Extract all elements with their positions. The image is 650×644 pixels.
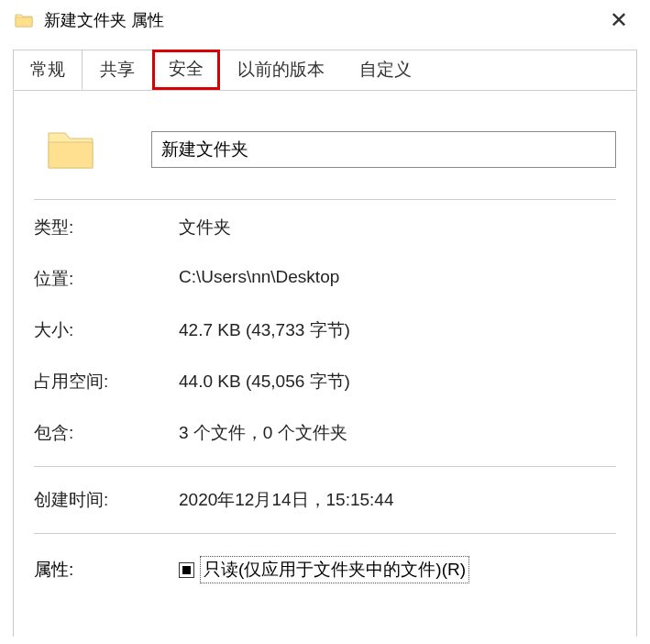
attributes-label: 属性:: [34, 558, 179, 582]
contains-value: 3 个文件，0 个文件夹: [179, 421, 616, 445]
info-table: 类型: 文件夹 位置: C:\Users\nn\Desktop 大小: 42.7…: [34, 200, 616, 583]
properties-window: 新建文件夹 属性 ✕ 常规 共享 安全 以前的版本 自定义: [0, 0, 650, 644]
folder-name-input[interactable]: [151, 131, 616, 168]
created-value: 2020年12月14日，15:15:44: [179, 488, 616, 512]
tab-content-general: 类型: 文件夹 位置: C:\Users\nn\Desktop 大小: 42.7…: [14, 90, 636, 602]
size-value: 42.7 KB (43,733 字节): [179, 318, 616, 342]
divider-2: [34, 533, 616, 534]
close-icon[interactable]: ✕: [599, 6, 639, 35]
divider: [34, 466, 616, 467]
type-label: 类型:: [34, 216, 179, 239]
folder-icon: [15, 13, 33, 28]
header-row: [34, 109, 616, 200]
window-title: 新建文件夹 属性: [44, 9, 164, 31]
location-label: 位置:: [34, 267, 179, 291]
disk-size-row: 占用空间: 44.0 KB (45,056 字节): [34, 356, 616, 407]
tab-custom[interactable]: 自定义: [342, 50, 429, 90]
tab-previous-versions[interactable]: 以前的版本: [220, 50, 342, 90]
tab-panel: 常规 共享 安全 以前的版本 自定义 类型: 文件夹: [13, 50, 637, 637]
contains-label: 包含:: [34, 421, 179, 445]
folder-large-icon: [45, 124, 96, 175]
created-row: 创建时间: 2020年12月14日，15:15:44: [34, 474, 616, 526]
tab-general[interactable]: 常规: [13, 50, 83, 90]
disk-size-label: 占用空间:: [34, 370, 179, 394]
type-row: 类型: 文件夹: [34, 202, 616, 253]
readonly-label: 只读(仅应用于文件夹中的文件)(R): [200, 556, 469, 583]
location-row: 位置: C:\Users\nn\Desktop: [34, 253, 616, 305]
size-label: 大小:: [34, 318, 179, 342]
readonly-checkbox[interactable]: [179, 562, 194, 578]
tab-strip: 常规 共享 安全 以前的版本 自定义: [13, 50, 635, 90]
title-left: 新建文件夹 属性: [15, 9, 164, 31]
contains-row: 包含: 3 个文件，0 个文件夹: [34, 407, 616, 459]
readonly-checkbox-wrap: 只读(仅应用于文件夹中的文件)(R): [179, 556, 469, 583]
created-label: 创建时间:: [34, 488, 179, 512]
title-bar: 新建文件夹 属性 ✕: [0, 0, 650, 40]
disk-size-value: 44.0 KB (45,056 字节): [179, 370, 616, 394]
type-value: 文件夹: [179, 216, 616, 239]
size-row: 大小: 42.7 KB (43,733 字节): [34, 305, 616, 356]
attributes-row: 属性: 只读(仅应用于文件夹中的文件)(R): [34, 541, 616, 583]
checkbox-indeterminate-fill: [182, 566, 191, 574]
location-value: C:\Users\nn\Desktop: [179, 267, 616, 291]
tab-security[interactable]: 安全: [152, 50, 220, 90]
tab-share[interactable]: 共享: [83, 50, 152, 90]
